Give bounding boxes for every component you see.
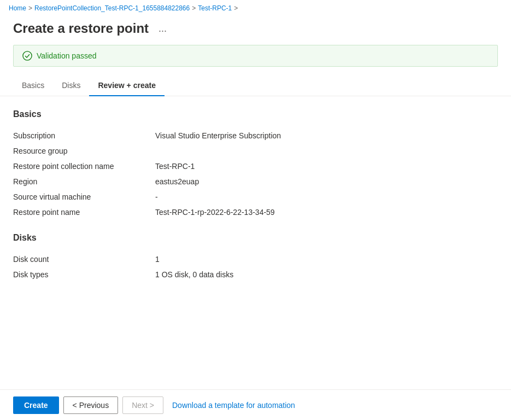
value-disk-types: 1 OS disk, 0 data disks <box>155 267 498 282</box>
value-restore-point-name: Test-RPC-1-rp-2022-6-22-13-34-59 <box>155 205 498 220</box>
value-region: eastus2euap <box>155 174 498 189</box>
label-disk-count: Disk count <box>13 252 155 267</box>
label-resource-group: Resource group <box>13 143 155 159</box>
validation-message: Validation passed <box>37 51 96 60</box>
ellipsis-button[interactable]: ... <box>155 22 170 36</box>
table-row: Restore point collection name Test-RPC-1 <box>13 159 498 174</box>
table-row: Disk types 1 OS disk, 0 data disks <box>13 267 498 282</box>
tabs-container: Basics Disks Review + create <box>0 75 511 96</box>
disks-section-title: Disks <box>13 233 498 243</box>
label-disk-types: Disk types <box>13 267 155 282</box>
value-collection-name: Test-RPC-1 <box>155 159 498 174</box>
label-region: Region <box>13 174 155 189</box>
table-row: Restore point name Test-RPC-1-rp-2022-6-… <box>13 205 498 220</box>
table-row: Source virtual machine - <box>13 189 498 205</box>
page-title: Create a restore point <box>13 21 149 36</box>
check-circle-icon <box>22 51 32 61</box>
svg-point-0 <box>23 51 32 60</box>
validation-banner: Validation passed <box>13 45 498 67</box>
previous-button[interactable]: < Previous <box>63 396 119 414</box>
label-collection-name: Restore point collection name <box>13 159 155 174</box>
label-restore-point-name: Restore point name <box>13 205 155 220</box>
next-button: Next > <box>122 396 163 414</box>
basics-section: Basics Subscription Visual Studio Enterp… <box>13 109 498 220</box>
main-content: Basics Subscription Visual Studio Enterp… <box>0 109 511 282</box>
create-button[interactable]: Create <box>13 396 59 414</box>
breadcrumb-rpc[interactable]: Test-RPC-1 <box>198 4 232 12</box>
table-row: Resource group <box>13 143 498 159</box>
table-row: Region eastus2euap <box>13 174 498 189</box>
table-row: Disk count 1 <box>13 252 498 267</box>
tab-disks[interactable]: Disks <box>53 75 89 96</box>
label-source-vm: Source virtual machine <box>13 189 155 205</box>
disks-table: Disk count 1 Disk types 1 OS disk, 0 dat… <box>13 252 498 282</box>
value-source-vm: - <box>155 189 498 205</box>
page-title-row: Create a restore point ... <box>0 16 511 45</box>
download-template-link[interactable]: Download a template for automation <box>172 401 295 410</box>
value-subscription: Visual Studio Enterprise Subscription <box>155 128 498 143</box>
basics-section-title: Basics <box>13 109 498 119</box>
disks-section: Disks Disk count 1 Disk types 1 OS disk,… <box>13 233 498 282</box>
label-subscription: Subscription <box>13 128 155 143</box>
value-resource-group <box>155 143 498 159</box>
footer: Create < Previous Next > Download a temp… <box>0 389 511 420</box>
tab-basics[interactable]: Basics <box>13 75 53 96</box>
tab-review-create[interactable]: Review + create <box>89 75 164 96</box>
basics-table: Subscription Visual Studio Enterprise Su… <box>13 128 498 220</box>
breadcrumb: Home > RestorePointCollection_Test-RPC-1… <box>0 0 511 16</box>
breadcrumb-home[interactable]: Home <box>9 4 26 12</box>
breadcrumb-collection[interactable]: RestorePointCollection_Test-RPC-1_165588… <box>34 4 190 12</box>
table-row: Subscription Visual Studio Enterprise Su… <box>13 128 498 143</box>
value-disk-count: 1 <box>155 252 498 267</box>
